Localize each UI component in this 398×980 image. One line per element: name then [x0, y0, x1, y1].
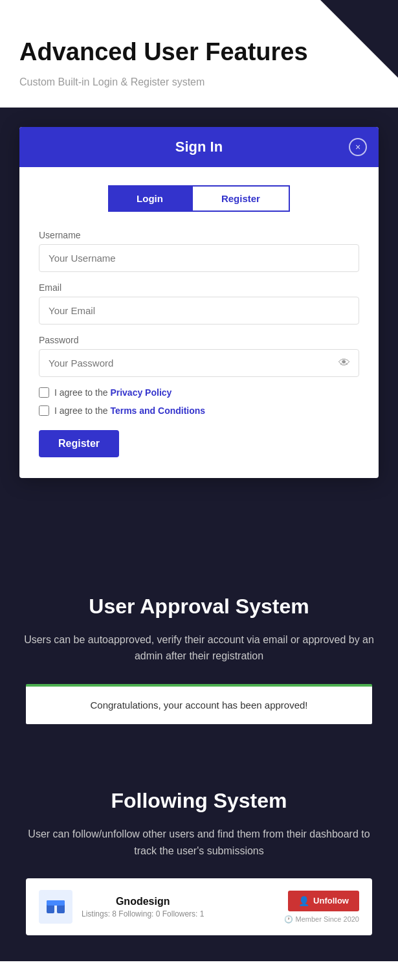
following-section: Following System User can follow/unfollo… [0, 750, 398, 961]
modal-body: Login Register Username Email Password 👁 [19, 167, 379, 478]
modal-header: Sign In × [19, 127, 379, 167]
svg-rect-3 [47, 900, 65, 906]
user-info: Gnodesign Listings: 8 Following: 0 Follo… [82, 896, 204, 918]
user-card-left: Gnodesign Listings: 8 Following: 0 Follo… [39, 890, 204, 924]
clock-icon: 🕐 [284, 915, 293, 924]
terms-label: I agree to the Terms and Conditions [54, 405, 205, 416]
approval-section: User Approval System Users can be autoap… [0, 556, 398, 750]
terms-checkbox[interactable] [39, 405, 49, 416]
password-group: Password 👁 [39, 335, 359, 377]
register-button[interactable]: Register [39, 430, 119, 457]
user-name: Gnodesign [82, 896, 204, 907]
tab-group: Login Register [39, 185, 359, 212]
approval-content: User Approval System Users can be autoap… [0, 556, 398, 750]
password-input[interactable] [39, 349, 359, 377]
top-section: Advanced User Features Custom Built-in L… [0, 0, 398, 88]
user-stats: Listings: 8 Following: 0 Followers: 1 [82, 909, 204, 918]
user-card: Gnodesign Listings: 8 Following: 0 Follo… [26, 878, 372, 935]
following-desc: User can follow/unfollow other users and… [19, 826, 379, 859]
privacy-label: I agree to the Privacy Policy [54, 387, 171, 398]
privacy-checkbox-group: I agree to the Privacy Policy [39, 387, 359, 398]
username-label: Username [39, 230, 359, 240]
terms-checkbox-group: I agree to the Terms and Conditions [39, 405, 359, 416]
unfollow-icon: 👤 [298, 896, 309, 906]
show-password-icon[interactable]: 👁 [338, 356, 350, 370]
email-label: Email [39, 282, 359, 293]
following-title: Following System [19, 789, 379, 813]
password-wrapper: 👁 [39, 349, 359, 377]
close-icon: × [355, 142, 360, 152]
unfollow-label: Unfollow [313, 896, 349, 906]
approval-desc: Users can be autoapproved, verify their … [19, 632, 379, 665]
email-group: Email [39, 282, 359, 325]
privacy-policy-link[interactable]: Privacy Policy [110, 387, 171, 398]
member-since-text: Member Since 2020 [296, 915, 359, 923]
avatar [39, 890, 72, 924]
page-subtitle: Custom Built-in Login & Register system [19, 76, 379, 88]
username-group: Username [39, 230, 359, 272]
email-input[interactable] [39, 297, 359, 325]
approval-banner-text: Congratulations, your account has been a… [90, 700, 307, 711]
unfollow-button[interactable]: 👤 Unfollow [288, 891, 359, 911]
member-since: 🕐 Member Since 2020 [284, 915, 359, 924]
tab-login[interactable]: Login [108, 185, 192, 212]
privacy-checkbox[interactable] [39, 387, 49, 398]
tab-register[interactable]: Register [192, 185, 290, 212]
user-card-right: 👤 Unfollow 🕐 Member Since 2020 [284, 891, 359, 924]
approval-title: User Approval System [19, 595, 379, 619]
dark-section: Sign In × Login Register Username Email [0, 108, 398, 556]
approval-banner: Congratulations, your account has been a… [26, 684, 372, 724]
modal-title: Sign In [175, 139, 223, 155]
modal-close-button[interactable]: × [349, 138, 367, 156]
sign-in-modal: Sign In × Login Register Username Email [19, 127, 379, 478]
terms-link[interactable]: Terms and Conditions [110, 405, 205, 416]
username-input[interactable] [39, 244, 359, 272]
password-label: Password [39, 335, 359, 345]
